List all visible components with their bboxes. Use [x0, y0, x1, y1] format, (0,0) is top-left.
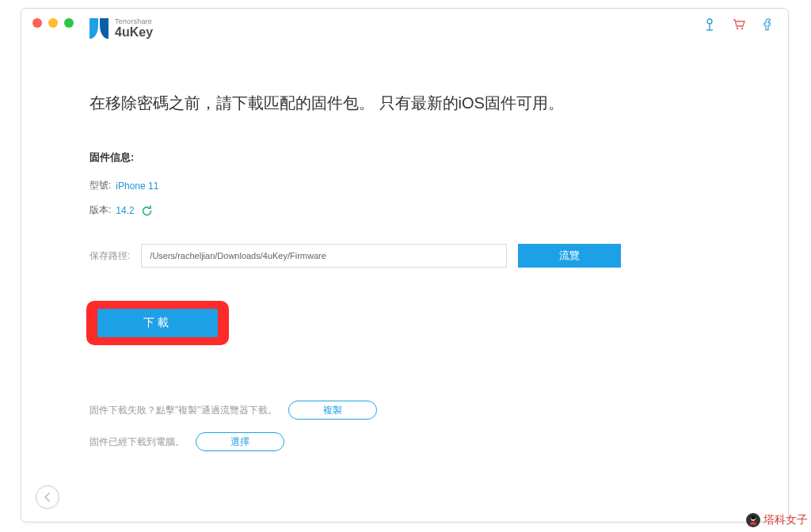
window-controls	[32, 18, 74, 28]
model-label: 型號:	[89, 179, 111, 192]
download-button[interactable]: 下載	[97, 309, 218, 337]
select-button[interactable]: 選擇	[196, 432, 284, 451]
refresh-icon[interactable]	[141, 205, 152, 216]
version-label: 版本:	[89, 203, 111, 217]
already-downloaded-text: 固件已經下載到電腦。	[89, 435, 185, 449]
version-value: 14.2	[116, 205, 134, 216]
titlebar: Tenorshare 4uKey	[21, 9, 788, 44]
facebook-icon[interactable]	[763, 18, 771, 31]
cart-icon[interactable]	[733, 18, 745, 31]
app-window: Tenorshare 4uKey 在移除密碼之前，請下載匹配的固件包。 只有最新…	[21, 8, 789, 522]
minimize-window-button[interactable]	[48, 18, 58, 28]
svg-point-0	[707, 19, 712, 24]
download-fail-text: 固件下載失敗？點擊"複製"通過流覽器下載。	[89, 404, 277, 417]
back-button[interactable]	[36, 485, 59, 509]
download-highlight: 下載	[86, 301, 229, 345]
brand-logo-icon	[88, 17, 110, 40]
firmware-section-label: 固件信息:	[89, 150, 720, 165]
brand-company: Tenorshare	[115, 18, 153, 25]
watermark-avatar-icon	[746, 513, 760, 527]
model-value: iPhone 11	[116, 180, 158, 192]
brand-product: 4uKey	[115, 26, 153, 39]
path-input[interactable]	[141, 244, 507, 268]
path-label: 保存路徑:	[89, 249, 130, 263]
footer-options: 固件下載失敗？點擊"複製"通過流覽器下載。 複製 固件已經下載到電腦。 選擇	[89, 401, 720, 451]
model-row: 型號: iPhone 11	[89, 179, 720, 192]
headline: 在移除密碼之前，請下載匹配的固件包。 只有最新的iOS固件可用。	[89, 93, 720, 114]
brand: Tenorshare 4uKey	[88, 17, 153, 40]
close-window-button[interactable]	[32, 18, 42, 28]
copy-button[interactable]: 複製	[288, 401, 377, 420]
version-row: 版本: 14.2	[89, 203, 720, 217]
watermark-text: 塔科女子	[763, 513, 808, 527]
watermark: 塔科女子	[746, 513, 808, 527]
account-icon[interactable]	[704, 18, 715, 31]
save-path-row: 保存路徑: 流覽	[89, 244, 720, 268]
maximize-window-button[interactable]	[64, 18, 74, 28]
svg-point-4	[741, 28, 743, 29]
svg-point-3	[737, 28, 738, 29]
browse-button[interactable]: 流覽	[518, 244, 621, 268]
main-content: 在移除密碼之前，請下載匹配的固件包。 只有最新的iOS固件可用。 固件信息: 型…	[21, 44, 788, 451]
